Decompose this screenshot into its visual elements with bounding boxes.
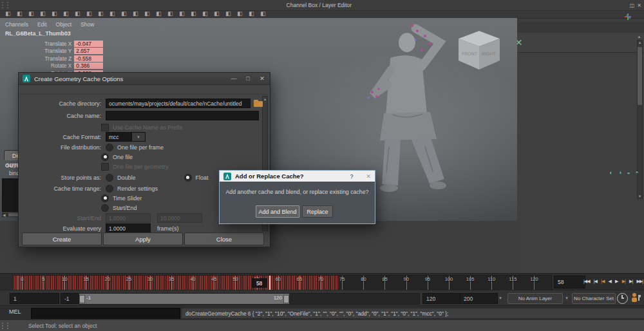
maximize-icon[interactable]: □ xyxy=(244,75,252,82)
channel-menu-channels[interactable]: Channels xyxy=(5,21,33,28)
one-file-per-frame-radio[interactable] xyxy=(106,144,113,151)
channel-menu-object[interactable]: Object xyxy=(56,21,77,28)
textured-mode-icon[interactable]: ◧ xyxy=(189,10,198,17)
channel-value[interactable]: -0.558 xyxy=(74,55,103,62)
scroll-up-icon[interactable]: ▲ xyxy=(638,41,642,44)
chevron-down-icon[interactable]: ▼ xyxy=(565,296,569,300)
apply-button[interactable]: Apply xyxy=(103,232,183,245)
animation-end-input[interactable]: 200 xyxy=(460,293,498,304)
channel-menu-edit[interactable]: Edit xyxy=(37,21,52,28)
film-gate-icon[interactable]: ◧ xyxy=(97,10,105,17)
two-d-pan-zoom-icon[interactable]: ◧ xyxy=(62,10,70,17)
scroll-thumb[interactable] xyxy=(638,47,642,105)
scroll-up-icon[interactable]: ▲ xyxy=(263,97,267,101)
resolution-gate-icon[interactable]: ◧ xyxy=(108,10,117,17)
grid-icon[interactable]: ◧ xyxy=(85,10,93,17)
use-all-lights-icon[interactable]: ◧ xyxy=(201,10,209,17)
add-and-blend-button[interactable]: Add and Blend xyxy=(256,205,299,218)
playback-range-bar[interactable]: -1 120 xyxy=(79,294,289,304)
time-slider[interactable]: 0510152025303540455055606570758085909510… xyxy=(13,275,552,290)
current-frame-marker[interactable] xyxy=(269,276,270,290)
step-back-frame-icon[interactable]: |◀ xyxy=(594,279,597,284)
go-to-end-icon[interactable]: ▶▶| xyxy=(636,279,643,284)
multisample-aa-icon[interactable]: ◧ xyxy=(247,10,256,17)
safe-title-icon[interactable]: ◧ xyxy=(155,10,163,17)
browse-folder-icon[interactable] xyxy=(254,100,263,108)
channel-value[interactable]: 0.386 xyxy=(74,62,103,69)
close-icon[interactable]: ✕ xyxy=(366,173,371,180)
current-time-input[interactable]: 58 xyxy=(554,276,585,288)
anim-layer-selector[interactable]: No Anim Layer xyxy=(507,293,563,304)
minimize-icon[interactable]: — xyxy=(230,75,238,82)
move-layer-up-icon[interactable]: ◐ xyxy=(609,169,612,176)
animation-start-input[interactable]: 1 xyxy=(10,293,59,304)
play-forwards-icon[interactable]: ▶ xyxy=(615,279,618,284)
field-chart-icon[interactable]: ◧ xyxy=(131,10,140,17)
close-icon[interactable]: ✕ xyxy=(258,75,266,82)
shaded-mode-icon[interactable]: ◧ xyxy=(178,10,186,17)
close-button[interactable]: Close xyxy=(184,232,264,245)
wireframe-icon[interactable]: ◧ xyxy=(166,10,175,17)
time-slider-radio[interactable] xyxy=(101,194,109,202)
motion-blur-icon[interactable]: ◧ xyxy=(236,10,244,17)
dialog-titlebar[interactable]: Add or Replace Cache? ? ✕ xyxy=(220,171,375,182)
range-start-handle[interactable] xyxy=(79,295,85,303)
copy-tab-icon[interactable]: ◫ xyxy=(630,3,635,8)
drag-grip-icon[interactable] xyxy=(2,2,8,8)
layer-from-selected-icon[interactable]: ◓ xyxy=(636,169,639,176)
play-backwards-icon[interactable]: ◀ xyxy=(609,279,611,284)
channel-row-rotate-x[interactable]: Rotate X0.386 xyxy=(0,62,103,70)
move-layer-down-icon[interactable]: ◑ xyxy=(618,169,621,176)
use-prefix-checkbox[interactable] xyxy=(101,124,109,131)
animation-preferences-icon[interactable] xyxy=(631,293,641,303)
step-back-key-icon[interactable]: |◀ xyxy=(601,279,604,284)
range-slider-track[interactable]: -1 120 xyxy=(79,293,420,305)
gate-mask-icon[interactable]: ◧ xyxy=(120,10,128,17)
empty-layer-icon[interactable]: ◒ xyxy=(627,169,630,176)
cache-directory-input[interactable]: ocuments/maya/projects/default/cache/nCa… xyxy=(106,99,251,108)
start-end-radio[interactable] xyxy=(101,204,109,212)
camera-attributes-icon[interactable]: ◧ xyxy=(27,10,35,17)
select-camera-icon[interactable]: ◧ xyxy=(4,10,12,17)
create-button[interactable]: Create xyxy=(22,232,102,245)
shadows-icon[interactable]: ◧ xyxy=(213,10,221,17)
mel-label[interactable]: MEL xyxy=(9,308,21,315)
channel-value[interactable]: 2.657 xyxy=(74,48,103,54)
one-file-per-geometry-checkbox[interactable] xyxy=(101,163,109,171)
channel-box-header[interactable]: Channel Box / Layer Editor ◫✕ xyxy=(0,0,644,11)
dialog-titlebar[interactable]: Create Geometry Cache Options — □ ✕ xyxy=(19,73,270,85)
render-settings-radio[interactable] xyxy=(106,185,113,193)
scroll-left-icon[interactable]: ◀ xyxy=(3,213,6,217)
screen-space-ao-icon[interactable]: ◧ xyxy=(224,10,232,17)
grease-pencil-icon[interactable]: ◧ xyxy=(73,10,82,17)
scroll-down-icon[interactable]: ▼ xyxy=(638,194,642,198)
scroll-up-icon[interactable]: ▲ xyxy=(638,35,641,39)
chevron-down-icon[interactable]: ▼ xyxy=(131,132,146,142)
channel-row-translate-z[interactable]: Translate Z-0.558 xyxy=(0,55,103,62)
playback-end-input[interactable]: 120 xyxy=(422,293,460,304)
double-radio[interactable] xyxy=(106,174,113,182)
chevron-down-icon[interactable]: ▼ xyxy=(498,296,502,300)
safe-action-icon[interactable]: ◧ xyxy=(143,10,151,17)
cache-name-input[interactable] xyxy=(106,111,259,120)
auto-keyframe-icon[interactable] xyxy=(617,293,628,304)
help-icon[interactable]: ? xyxy=(350,173,353,180)
channel-value[interactable]: -0.047 xyxy=(74,41,103,47)
step-forward-frame-icon[interactable]: ▶| xyxy=(629,279,632,284)
close-icon[interactable]: ✕ xyxy=(637,3,641,8)
channel-menu-show[interactable]: Show xyxy=(80,21,99,28)
one-file-radio[interactable] xyxy=(101,153,109,161)
bookmarks-icon[interactable]: ◧ xyxy=(39,10,47,17)
lock-camera-icon[interactable]: ◧ xyxy=(15,10,24,17)
channel-row-translate-x[interactable]: Translate X-0.047 xyxy=(0,40,103,47)
evaluate-every-input[interactable]: 1.0000 xyxy=(106,223,151,233)
float-radio[interactable] xyxy=(184,174,192,182)
go-to-start-icon[interactable]: |◀◀ xyxy=(583,279,590,284)
channel-row-translate-y[interactable]: Translate Y2.657 xyxy=(0,48,103,55)
character-set-selector[interactable]: No Character Set xyxy=(572,293,616,304)
range-end-handle[interactable] xyxy=(283,295,289,303)
cache-format-dropdown[interactable]: mcc xyxy=(106,132,131,142)
mel-command-input[interactable] xyxy=(31,308,180,319)
mel-command-output[interactable]: doCreateGeometryCache 6 { "2", "1", "10"… xyxy=(181,308,644,319)
isolate-select-icon[interactable]: ◧ xyxy=(259,10,267,17)
